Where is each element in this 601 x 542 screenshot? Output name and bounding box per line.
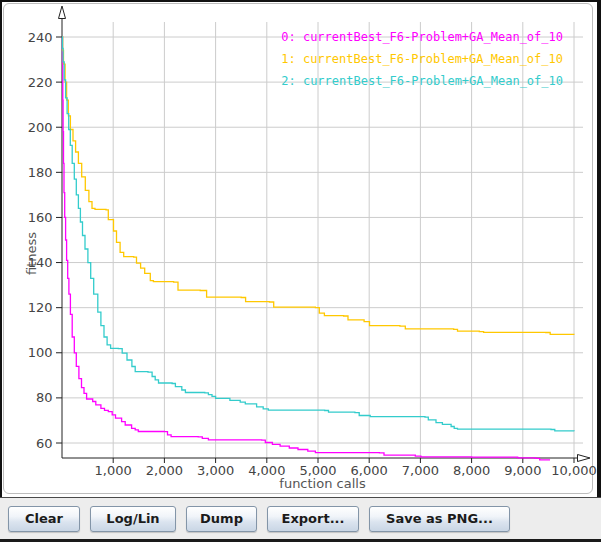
legend-item-2: 2: currentBest_F6-Problem+GA_Mean_of_10: [281, 70, 563, 92]
x-axis-label: function calls: [62, 476, 583, 491]
legend-item-1: 1: currentBest_F6-Problem+GA_Mean_of_10: [281, 48, 563, 70]
y-axis-label: fitness: [24, 199, 39, 309]
svg-text:180: 180: [28, 165, 53, 180]
legend-item-0: 0: currentBest_F6-Problem+GA_Mean_of_10: [281, 26, 563, 48]
svg-text:100: 100: [28, 345, 53, 360]
svg-text:240: 240: [28, 30, 53, 45]
toolbar: Clear Log/Lin Dump Export... Save as PNG…: [0, 497, 601, 539]
window-right-border: [597, 0, 601, 497]
export-button[interactable]: Export...: [267, 506, 359, 532]
application-window: 60801001201401601802002202401,0002,0003,…: [0, 0, 601, 542]
svg-text:80: 80: [36, 390, 53, 405]
window-top-border: [0, 0, 601, 2]
chart-legend: 0: currentBest_F6-Problem+GA_Mean_of_10 …: [281, 26, 563, 92]
chart-panel: 60801001201401601802002202401,0002,0003,…: [0, 0, 601, 497]
svg-text:220: 220: [28, 75, 53, 90]
log-lin-button[interactable]: Log/Lin: [90, 506, 176, 532]
dump-button[interactable]: Dump: [186, 506, 257, 532]
clear-button[interactable]: Clear: [8, 506, 80, 532]
svg-text:200: 200: [28, 120, 53, 135]
window-left-border: [0, 0, 2, 497]
save-as-png-button[interactable]: Save as PNG...: [369, 506, 510, 532]
svg-text:60: 60: [36, 436, 53, 451]
